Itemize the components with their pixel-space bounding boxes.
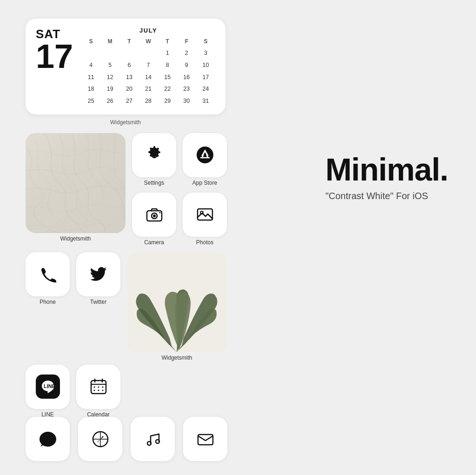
cal-cell: 29 [158,95,177,107]
app-row-3: LINE LINE [26,365,120,418]
line-icon: LINE [40,379,56,395]
cal-cell: 11 [81,72,100,83]
app-store-label: App Store [192,180,217,186]
calendar-app-icon-bg[interactable] [76,365,120,409]
cal-cell: 7 [139,60,158,71]
camera-app: Camera [132,193,176,246]
app-store-app: App Store [183,133,227,186]
cal-cell: 31 [196,95,215,107]
dock [26,417,227,461]
photos-label: Photos [196,239,213,246]
camera-label: Camera [144,239,164,246]
widgetsmith-large-widget[interactable] [26,133,126,233]
mail-dock-icon[interactable] [183,417,227,461]
cal-cell: 1 [158,47,177,59]
camera-icon [145,205,164,224]
svg-point-6 [159,212,160,214]
screen: SAT 17 JULY S M T W T F S 1 2 3 [0,0,476,475]
app-row-2: Phone Twitter [26,252,227,361]
svg-rect-25 [198,435,213,445]
music-dock-icon[interactable] [131,417,175,461]
contrast-subtitle: "Contrast White" For iOS [325,191,428,201]
safari-icon [91,429,110,449]
messages-dock-icon[interactable] [26,417,70,461]
twitter-icon-bg[interactable] [76,252,120,296]
cal-cell: 2 [177,47,196,59]
svg-point-5 [153,214,156,217]
widgetsmith-plant-section: Widgetsmith [127,252,227,361]
cal-grid-section: JULY S M T W T F S 1 2 3 4 5 [81,27,215,107]
camera-icon-bg[interactable] [132,193,176,237]
svg-point-2 [197,147,213,163]
cal-cell: 9 [177,60,196,71]
app-store-icon-bg[interactable] [183,133,227,177]
cal-cell: 27 [119,95,139,107]
photos-icon-bg[interactable] [183,193,227,237]
phone-icon [39,265,57,283]
cal-header-t2: T [158,36,177,47]
cal-cell: 24 [196,83,215,95]
cal-cell: 26 [100,95,119,107]
app-row-1: Widgetsmith Settings [26,133,227,246]
twitter-app: Twitter [76,252,120,361]
music-icon [143,429,163,449]
app-icon-grid-1: Settings App Store [132,133,227,246]
minimal-title: Minimal. [325,154,448,185]
phone-icon-bg[interactable] [26,252,70,296]
cal-cell: 20 [119,83,139,95]
cal-cell [119,47,139,59]
cal-header-f: F [177,36,196,47]
line-app: LINE LINE [26,365,70,418]
svg-point-18 [98,390,99,391]
widgetsmith-large-section: Widgetsmith [26,133,126,246]
svg-point-17 [93,390,95,391]
cal-cell: 30 [177,95,196,107]
photos-app: Photos [183,193,227,246]
cal-cell: 16 [177,72,196,83]
photos-icon [195,205,215,224]
cal-cell: 14 [139,72,158,83]
widgetsmith-large-label: Widgetsmith [60,235,91,242]
cal-cell: 6 [119,60,139,71]
cal-cell: 3 [196,47,215,59]
cal-cell: 25 [81,95,100,107]
cal-cell: 21 [139,83,158,95]
cal-cell: 23 [177,83,196,95]
settings-app: Settings [132,133,176,186]
calendar-app: Calendar [76,365,120,418]
cal-cell [139,47,158,59]
calendar-app-icon [89,377,108,396]
cal-day-section: SAT 17 [36,27,73,73]
svg-point-24 [156,440,159,443]
phone-app: Phone [26,252,70,361]
settings-label: Settings [144,180,164,186]
svg-rect-0 [26,133,126,233]
calendar-widget-label: Widgetsmith [26,119,225,126]
calendar-widget[interactable]: SAT 17 JULY S M T W T F S 1 2 3 [26,19,225,114]
cal-cell: 28 [139,95,158,107]
cal-cell: 13 [119,72,139,83]
cal-header-t1: T [119,36,139,47]
svg-point-1 [152,153,156,157]
svg-point-15 [98,387,99,388]
cal-header-s2: S [196,36,215,47]
safari-dock-icon[interactable] [78,417,122,461]
svg-point-23 [147,442,151,445]
line-icon-inner: LINE [36,375,60,399]
cal-cell: 15 [158,72,177,83]
plant-widget[interactable] [127,252,227,352]
cal-cell: 4 [81,60,100,71]
messages-icon [38,429,58,449]
cal-header-w: W [139,36,158,47]
cal-cell: 8 [158,60,177,71]
svg-point-19 [102,390,103,391]
svg-text:LINE: LINE [44,383,55,389]
line-icon-bg[interactable]: LINE [26,365,70,409]
settings-icon-bg[interactable] [132,133,176,177]
branding-panel: Minimal. "Contrast White" For iOS [325,154,448,201]
plant-svg [127,252,227,352]
svg-point-14 [93,387,95,388]
cal-cell: 5 [100,60,119,71]
cal-month: JULY [81,27,215,34]
cal-cell: 18 [81,83,100,95]
